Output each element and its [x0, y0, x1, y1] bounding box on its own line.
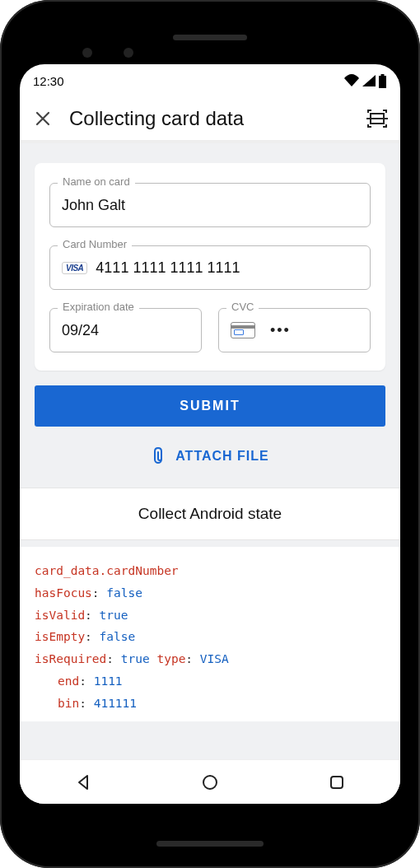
scan-button[interactable] — [366, 107, 389, 130]
app-bar: Collecting card data — [20, 97, 400, 143]
bin-key: bin — [58, 697, 79, 710]
card-form: Name on card John Galt Card Number VISA … — [35, 163, 385, 371]
attach-file-button[interactable]: ATTACH FILE — [35, 440, 385, 473]
cvc-card-icon — [231, 322, 255, 338]
card-number-field-wrap: Card Number VISA 4111 1111 1111 1111 — [49, 245, 371, 290]
signal-icon — [362, 74, 376, 87]
cvc-input[interactable]: ••• — [218, 308, 371, 352]
front-camera — [82, 48, 92, 58]
battery-icon — [378, 74, 387, 88]
back-button[interactable] — [74, 773, 92, 791]
card-number-label: Card Number — [58, 238, 132, 250]
expiry-field-wrap: Expiration date 09/24 — [49, 308, 202, 352]
home-button[interactable] — [201, 773, 219, 791]
home-icon — [201, 773, 219, 791]
submit-label: SUBMIT — [180, 399, 240, 413]
speaker-bottom — [156, 841, 264, 847]
is-required-key: isRequired — [35, 652, 106, 665]
attach-label: ATTACH FILE — [175, 449, 269, 464]
state-body: card_data.cardNumber hasFocus: false isV… — [20, 547, 400, 721]
end-key: end — [58, 674, 79, 688]
svg-rect-5 — [331, 777, 343, 788]
status-icons — [343, 74, 387, 88]
content: Name on card John Galt Card Number VISA … — [20, 143, 400, 759]
type-val: VISA — [200, 652, 229, 665]
bin-val: 411111 — [94, 697, 137, 710]
name-input[interactable]: John Galt — [49, 183, 371, 227]
expiry-label: Expiration date — [58, 301, 139, 313]
card-brand-icon: VISA — [62, 262, 87, 274]
card-number-input[interactable]: VISA 4111 1111 1111 1111 — [49, 245, 371, 290]
back-icon — [74, 773, 92, 791]
name-label: Name on card — [58, 175, 135, 188]
clock: 12:30 — [33, 74, 64, 88]
status-bar: 12:30 — [20, 64, 400, 97]
is-empty-key: isEmpty — [35, 630, 85, 643]
cvc-label: CVC — [226, 301, 259, 313]
submit-button[interactable]: SUBMIT — [35, 385, 385, 427]
overview-button[interactable] — [328, 773, 346, 791]
is-required-val: true — [121, 652, 150, 665]
svg-rect-1 — [381, 74, 385, 76]
svg-rect-0 — [379, 76, 386, 88]
page-title: Collecting card data — [69, 107, 351, 130]
state-header: Collect Android state — [20, 488, 400, 540]
wifi-icon — [343, 74, 360, 87]
front-sensor — [124, 48, 133, 58]
is-empty-val: false — [100, 630, 136, 643]
close-button[interactable] — [31, 107, 54, 130]
name-field-wrap: Name on card John Galt — [49, 183, 371, 227]
has-focus-key: hasFocus — [35, 586, 92, 600]
end-val: 1111 — [94, 674, 123, 688]
card-number-value: 4111 1111 1111 1111 — [96, 259, 240, 277]
cvc-field-wrap: CVC ••• — [218, 308, 371, 352]
speaker-top — [173, 35, 247, 40]
expiry-value: 09/24 — [62, 322, 99, 339]
expiry-input[interactable]: 09/24 — [49, 308, 202, 352]
name-value: John Galt — [62, 197, 125, 214]
overview-icon — [328, 773, 346, 791]
has-focus-val: false — [106, 586, 142, 600]
svg-point-4 — [203, 776, 217, 789]
is-valid-key: isValid — [35, 609, 85, 622]
cvc-masked: ••• — [270, 322, 291, 339]
phone-frame: 12:30 Collecting card data — [0, 0, 420, 868]
scan-icon — [366, 110, 388, 128]
android-navbar — [20, 759, 400, 804]
type-key: type — [156, 652, 185, 665]
state-path: card_data.cardNumber — [35, 564, 179, 577]
screen: 12:30 Collecting card data — [20, 64, 400, 804]
close-icon — [35, 110, 51, 127]
paperclip-icon — [151, 447, 167, 465]
is-valid-val: true — [100, 609, 128, 622]
